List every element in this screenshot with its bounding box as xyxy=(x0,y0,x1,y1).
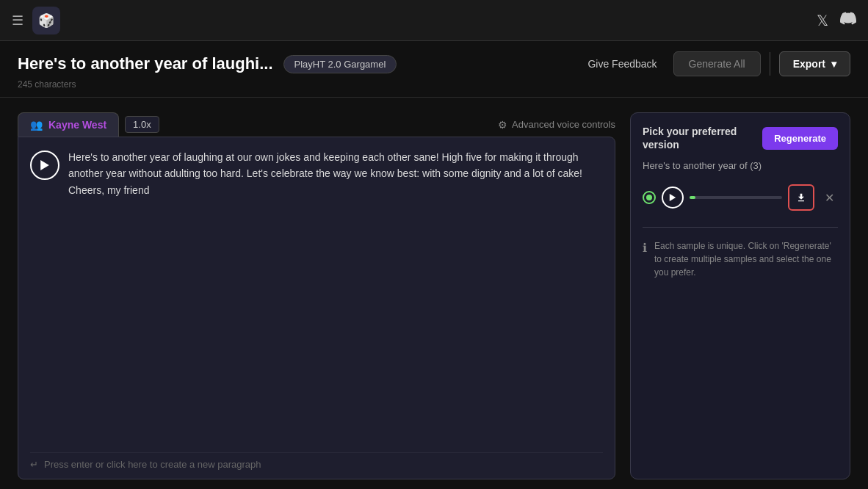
voice-tab-kayne[interactable]: 👥 Kayne West xyxy=(18,112,119,137)
voice-tab-name: Kayne West xyxy=(48,119,106,131)
header-actions: Give Feedback Generate All Export ▾ xyxy=(580,51,850,76)
header-top: Here's to another year of laughi... Play… xyxy=(18,51,850,76)
info-row: ℹ Each sample is unique. Click on 'Regen… xyxy=(643,239,838,279)
generate-all-button[interactable]: Generate All xyxy=(673,51,761,76)
divider xyxy=(643,227,838,228)
speed-badge[interactable]: 1.0x xyxy=(125,116,159,133)
close-version-button[interactable]: ✕ xyxy=(820,189,838,206)
voice-tabs: 👥 Kayne West 1.0x ⚙ Advanced voice contr… xyxy=(18,112,615,137)
char-count: 245 characters xyxy=(18,79,850,90)
regenerate-button[interactable]: Regenerate xyxy=(762,127,838,150)
topnav-left: ☰ 🎲 xyxy=(12,7,60,35)
add-paragraph-row[interactable]: ↵ Press enter or click here to create a … xyxy=(30,452,603,473)
download-button[interactable] xyxy=(788,184,814,211)
voice-tab-icon: 👥 xyxy=(30,119,43,131)
page-title: Here's to another year of laughi... xyxy=(18,54,273,73)
discord-icon[interactable] xyxy=(840,10,856,30)
progress-bar[interactable] xyxy=(690,196,782,199)
main-content: 👥 Kayne West 1.0x ⚙ Advanced voice contr… xyxy=(0,98,868,489)
play-button[interactable] xyxy=(30,151,59,180)
export-label: Export xyxy=(793,58,825,70)
header-divider xyxy=(770,52,770,76)
progress-fill xyxy=(690,196,695,199)
info-text: Each sample is unique. Click on 'Regener… xyxy=(654,239,838,279)
give-feedback-button[interactable]: Give Feedback xyxy=(580,54,664,74)
header: Here's to another year of laughi... Play… xyxy=(0,41,868,98)
version-radio[interactable] xyxy=(643,191,656,204)
right-panel: Pick your preferredversion Regenerate He… xyxy=(630,112,850,479)
model-badge[interactable]: PlayHT 2.0 Gargamel xyxy=(283,55,397,73)
hamburger-icon[interactable]: ☰ xyxy=(12,12,23,29)
editor-box: Here's to another year of laughing at ou… xyxy=(18,137,615,479)
topnav: ☰ 🎲 𝕏 xyxy=(0,0,868,41)
sliders-icon: ⚙ xyxy=(498,119,507,131)
version-label: Here's to another year of (3) xyxy=(643,160,838,171)
add-paragraph-hint: Press enter or click here to create a ne… xyxy=(44,459,261,470)
export-button[interactable]: Export ▾ xyxy=(779,51,850,76)
pick-version-title: Pick your preferredversion xyxy=(643,125,737,151)
x-icon[interactable]: 𝕏 xyxy=(817,12,828,29)
mini-play-button[interactable] xyxy=(662,186,684,209)
left-panel: 👥 Kayne West 1.0x ⚙ Advanced voice contr… xyxy=(18,112,615,479)
advanced-controls-label: Advanced voice controls xyxy=(512,119,615,130)
logo[interactable]: 🎲 xyxy=(32,7,60,35)
enter-icon: ↵ xyxy=(30,459,38,470)
topnav-right: 𝕏 xyxy=(817,10,856,30)
info-icon: ℹ xyxy=(643,241,647,255)
radio-inner xyxy=(646,195,652,200)
advanced-controls-button[interactable]: ⚙ Advanced voice controls xyxy=(498,119,615,131)
export-chevron-icon: ▾ xyxy=(831,58,836,70)
logo-icon: 🎲 xyxy=(38,12,54,29)
version-row: ✕ xyxy=(643,180,838,215)
editor-row: Here's to another year of laughing at ou… xyxy=(30,149,603,446)
editor-text[interactable]: Here's to another year of laughing at ou… xyxy=(68,149,603,198)
pick-version-header: Pick your preferredversion Regenerate xyxy=(643,125,838,151)
